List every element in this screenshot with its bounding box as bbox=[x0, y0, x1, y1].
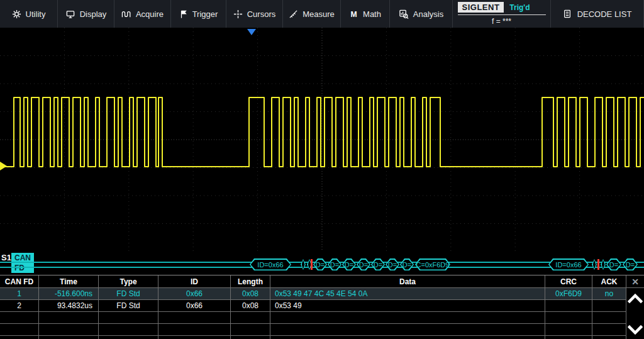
table-row-cell[interactable]: FD Std bbox=[99, 288, 158, 300]
decode-frame: ID=0x66 bbox=[250, 258, 291, 270]
menu-item-label: Math bbox=[363, 9, 381, 19]
table-row-cell[interactable] bbox=[0, 324, 39, 336]
decode-list-label: DECODE LIST bbox=[577, 9, 632, 19]
table-row-cell[interactable]: 93.4832us bbox=[39, 300, 99, 312]
table-row-cell bbox=[231, 336, 270, 339]
decode-frame: D= bbox=[328, 258, 341, 270]
table-row-cell bbox=[99, 336, 158, 339]
table-row-cell[interactable] bbox=[39, 312, 99, 324]
display-icon bbox=[65, 9, 75, 19]
table-row-cell[interactable] bbox=[592, 324, 626, 336]
decode-error-marker bbox=[597, 259, 599, 270]
menu-item-label: Measure bbox=[303, 9, 335, 19]
column-header: Length bbox=[231, 275, 270, 288]
table-row-cell[interactable]: 1 bbox=[0, 288, 39, 300]
table-row-cell[interactable] bbox=[270, 324, 545, 336]
decode-frame-delimiter bbox=[301, 259, 306, 270]
table-row-cell[interactable] bbox=[545, 312, 592, 324]
table-row-cell[interactable] bbox=[158, 324, 231, 336]
menu-item-utility[interactable]: Utility bbox=[0, 0, 58, 28]
table-row-cell[interactable] bbox=[39, 324, 99, 336]
scroll-down-button[interactable] bbox=[628, 325, 643, 335]
table-row-cell[interactable]: 0xF6D9 bbox=[545, 288, 592, 300]
menu-item-measure[interactable]: Measure bbox=[283, 0, 341, 28]
decode-frame-delimiter bbox=[592, 259, 597, 270]
table-row-cell[interactable] bbox=[99, 324, 158, 336]
decode-list-button[interactable]: DECODE LIST bbox=[551, 0, 644, 28]
trigger-position-marker[interactable] bbox=[247, 29, 256, 35]
menu-item-trigger[interactable]: Trigger bbox=[171, 0, 226, 28]
cursors-icon bbox=[233, 9, 243, 19]
decode-frame: D= bbox=[386, 258, 399, 270]
status-area: SIGLENT Trig'd f = *** bbox=[453, 0, 551, 28]
table-row-cell[interactable]: no bbox=[592, 288, 626, 300]
decode-frame-delimiter bbox=[601, 259, 606, 270]
column-header: Data bbox=[270, 275, 545, 288]
math-icon: M bbox=[349, 9, 358, 19]
menu-item-acquire[interactable]: Acquire bbox=[114, 0, 171, 28]
waveform-svg bbox=[0, 28, 644, 252]
column-header: CAN FD bbox=[0, 275, 39, 288]
table-row-cell[interactable]: 0x53 49 47 4C 45 4E 54 0A bbox=[270, 288, 545, 300]
waveform-display[interactable] bbox=[0, 28, 644, 252]
column-header: CRC bbox=[545, 275, 592, 288]
menu-item-display[interactable]: Display bbox=[58, 0, 114, 28]
menu-item-label: Acquire bbox=[136, 9, 164, 19]
table-row-cell[interactable] bbox=[99, 312, 158, 324]
table-row-cell[interactable] bbox=[592, 300, 626, 312]
table-row-cell[interactable] bbox=[231, 312, 270, 324]
table-row-cell[interactable]: -516.600ns bbox=[39, 288, 99, 300]
table-row-cell[interactable] bbox=[270, 312, 545, 324]
gear-icon bbox=[12, 9, 21, 19]
table-row-cell[interactable]: 0x66 bbox=[158, 288, 231, 300]
column-header: ID bbox=[158, 275, 231, 288]
decode-table-side-strip: ✕ bbox=[626, 275, 644, 339]
trigger-flag-icon bbox=[179, 9, 188, 19]
table-row-cell[interactable]: FD Std bbox=[99, 300, 158, 312]
column-header: Time bbox=[39, 275, 99, 288]
menu-item-label: Trigger bbox=[192, 9, 218, 19]
table-row-cell bbox=[592, 336, 626, 339]
table-row-cell[interactable] bbox=[231, 324, 270, 336]
table-row-cell[interactable] bbox=[545, 300, 592, 312]
decode-table-close-button[interactable]: ✕ bbox=[626, 275, 644, 288]
table-row-cell[interactable]: 2 bbox=[0, 300, 39, 312]
table-row-cell bbox=[39, 336, 99, 339]
table-row-cell bbox=[158, 336, 231, 339]
decode-bus: ID=0x66D=D=D=D=D=D=D=C=0xF6D9ID=0x66D=D= bbox=[0, 258, 644, 270]
table-row-cell[interactable] bbox=[0, 312, 39, 324]
table-row-cell bbox=[270, 336, 545, 339]
decode-frame: ID=0x66 bbox=[548, 258, 589, 270]
decode-list-icon bbox=[563, 9, 572, 19]
table-row-cell[interactable] bbox=[158, 312, 231, 324]
table-row-cell bbox=[0, 336, 39, 339]
table-row-cell[interactable]: 0x08 bbox=[231, 300, 270, 312]
brand-logo: SIGLENT bbox=[458, 2, 504, 13]
table-row-cell bbox=[545, 336, 592, 339]
decode-frame: D= bbox=[357, 258, 370, 270]
measure-icon bbox=[289, 9, 298, 19]
decode-frame: D= bbox=[400, 258, 414, 270]
menu-item-label: Display bbox=[80, 9, 107, 19]
table-row-cell[interactable] bbox=[545, 324, 592, 336]
decode-frame: D= bbox=[371, 258, 385, 270]
scroll-up-button[interactable] bbox=[628, 293, 643, 304]
acquire-icon bbox=[121, 9, 131, 19]
decode-error-marker bbox=[311, 259, 313, 270]
decode-frame: D= bbox=[313, 258, 327, 270]
table-row-cell[interactable]: 0x08 bbox=[231, 288, 270, 300]
decode-frame: D= bbox=[606, 258, 621, 270]
menu-item-label: Analysis bbox=[413, 9, 443, 19]
column-header: ACK bbox=[592, 275, 626, 288]
table-row-cell[interactable] bbox=[592, 312, 626, 324]
menu-item-cursors[interactable]: Cursors bbox=[226, 0, 283, 28]
column-header: Type bbox=[99, 275, 158, 288]
trigger-level-marker[interactable] bbox=[0, 162, 7, 170]
menu-item-math[interactable]: M Math bbox=[341, 0, 390, 28]
oscilloscope-screen: Utility Display Acquire Trigger Cursors … bbox=[0, 0, 644, 339]
menu-item-analysis[interactable]: Analysis bbox=[390, 0, 453, 28]
trigger-status: Trig'd bbox=[509, 3, 530, 12]
menu-bar: Utility Display Acquire Trigger Cursors … bbox=[0, 0, 644, 28]
table-row-cell[interactable]: 0x66 bbox=[158, 300, 231, 312]
table-row-cell[interactable]: 0x53 49 bbox=[270, 300, 545, 312]
